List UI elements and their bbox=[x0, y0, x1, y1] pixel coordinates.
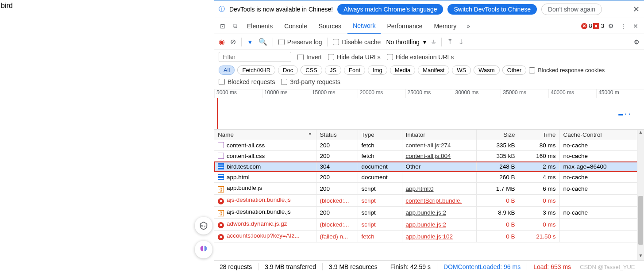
inspect-icon[interactable]: ⊡ bbox=[217, 23, 228, 30]
kebab-icon[interactable]: ⋮ bbox=[617, 23, 629, 30]
timeline-tick: 35000 ms bbox=[501, 89, 548, 98]
devtools-panel: ⓘ DevTools is now available in Chinese! … bbox=[214, 0, 644, 273]
timeline-tick: 40000 ms bbox=[548, 89, 596, 98]
device-toggle-icon[interactable]: ⧉ bbox=[229, 22, 241, 30]
throttling-select[interactable]: No throttling ▾ bbox=[386, 38, 426, 46]
col-initiator[interactable]: Initiator bbox=[402, 130, 476, 140]
preserve-log-checkbox[interactable]: Preserve log bbox=[278, 38, 322, 46]
hide-extension-urls-checkbox[interactable]: Hide extension URLs bbox=[387, 54, 454, 61]
scroll-down-icon[interactable]: ▼ bbox=[637, 253, 644, 260]
settings-icon[interactable]: ⚙ bbox=[605, 23, 617, 30]
tab-performance[interactable]: Performance bbox=[382, 19, 428, 33]
doc-file-icon bbox=[218, 174, 224, 180]
initiator-link[interactable]: contentScript.bundle. bbox=[406, 197, 462, 204]
chip-js[interactable]: JS bbox=[325, 65, 341, 75]
initiator-link[interactable]: app.bundle.js:2 bbox=[406, 221, 447, 228]
chip-manifest[interactable]: Manifest bbox=[418, 65, 449, 75]
close-devtools-icon[interactable]: ✕ bbox=[630, 23, 641, 30]
chip-img[interactable]: Img bbox=[368, 65, 387, 75]
info-icon: ⓘ bbox=[219, 5, 225, 13]
timeline-tick: 30000 ms bbox=[453, 89, 501, 98]
col-type[interactable]: Type bbox=[358, 130, 402, 140]
initiator-link[interactable]: app.html:0 bbox=[406, 185, 434, 192]
table-row[interactable]: ✕accounts:lookup?key=AIz...(failed) n...… bbox=[214, 231, 644, 242]
status-bar: 28 requests 3.9 MB transferred 3.9 MB re… bbox=[214, 260, 644, 273]
translate-fab[interactable] bbox=[195, 217, 212, 235]
blocked-cookies-checkbox[interactable]: Blocked response cookies bbox=[529, 67, 605, 73]
timeline-tick: 45000 m bbox=[596, 89, 644, 98]
banner-close-icon[interactable]: ✕ bbox=[633, 4, 640, 14]
initiator-link[interactable]: app.bundle.js:2 bbox=[406, 209, 447, 216]
chip-wasm[interactable]: Wasm bbox=[474, 65, 499, 75]
search-icon[interactable]: 🔍 bbox=[258, 38, 267, 46]
chip-css[interactable]: CSS bbox=[301, 65, 322, 75]
devtools-tabbar: ⊡ ⧉ Elements Console Sources Network Per… bbox=[214, 18, 644, 34]
table-row[interactable]: content-all.css200fetchcontent-all.js:27… bbox=[214, 140, 644, 151]
table-row[interactable]: {}app.bundle.js200scriptapp.html:01.7 MB… bbox=[214, 183, 644, 195]
network-settings-icon[interactable]: ⚙ bbox=[634, 38, 640, 46]
more-tabs-icon[interactable]: » bbox=[463, 23, 474, 30]
tab-elements[interactable]: Elements bbox=[242, 19, 278, 33]
table-row[interactable]: ✕ajs-destination.bundle.js(blocked:...sc… bbox=[214, 195, 644, 207]
chip-fetch[interactable]: Fetch/XHR bbox=[237, 65, 275, 75]
brain-fab[interactable] bbox=[195, 241, 212, 258]
requests-table: Name▼ Status Type Initiator Size Time Ca… bbox=[214, 130, 644, 242]
col-status[interactable]: Status bbox=[316, 130, 358, 140]
warning-count[interactable]: ■3 bbox=[593, 23, 604, 29]
record-button[interactable]: ◉ bbox=[219, 38, 225, 46]
err-file-icon: ✕ bbox=[218, 222, 224, 228]
scroll-up-icon[interactable]: ▲ bbox=[637, 130, 644, 137]
requests-table-container: Name▼ Status Type Initiator Size Time Ca… bbox=[214, 130, 644, 260]
timeline-tick: 5000 ms bbox=[214, 89, 262, 98]
disable-cache-checkbox[interactable]: Disable cache bbox=[333, 38, 381, 46]
wifi-icon[interactable]: ⏚ bbox=[432, 38, 436, 46]
upload-har-icon[interactable]: ⤒ bbox=[447, 38, 453, 46]
initiator-link[interactable]: app.bundle.js:102 bbox=[406, 233, 453, 240]
filter-input[interactable] bbox=[219, 52, 291, 62]
table-row[interactable]: app.html200document260 B4 msno-cache bbox=[214, 172, 644, 183]
tab-console[interactable]: Console bbox=[279, 19, 312, 33]
table-row[interactable]: content-all.css200fetchcontent-all.js:80… bbox=[214, 151, 644, 161]
err-file-icon: ✕ bbox=[218, 198, 224, 204]
scroll-thumb[interactable] bbox=[638, 196, 643, 245]
invert-checkbox[interactable]: Invert bbox=[297, 54, 322, 61]
col-name[interactable]: Name▼ bbox=[214, 130, 316, 140]
chip-media[interactable]: Media bbox=[390, 65, 415, 75]
banner-message: DevTools is now available in Chinese! bbox=[229, 6, 333, 13]
col-size[interactable]: Size bbox=[476, 130, 519, 140]
clear-button[interactable]: ⊘ bbox=[230, 38, 236, 46]
tab-network[interactable]: Network bbox=[347, 19, 381, 34]
download-har-icon[interactable]: ⤓ bbox=[458, 38, 464, 46]
table-row[interactable]: ✕adwords.dynamic.js.gz(blocked:...script… bbox=[214, 219, 644, 231]
col-cache[interactable]: Cache-Control bbox=[559, 130, 644, 140]
chip-doc[interactable]: Doc bbox=[278, 65, 298, 75]
table-row[interactable]: {}ajs-destination.bundle.js200scriptapp.… bbox=[214, 207, 644, 219]
timeline-overview[interactable]: 5000 ms10000 ms15000 ms20000 ms25000 ms3… bbox=[214, 89, 644, 130]
dont-show-button[interactable]: Don't show again bbox=[541, 4, 602, 15]
language-banner: ⓘ DevTools is now available in Chinese! … bbox=[214, 1, 644, 18]
blocked-requests-checkbox[interactable]: Blocked requests bbox=[219, 78, 275, 85]
always-match-button[interactable]: Always match Chrome's language bbox=[337, 4, 443, 15]
col-time[interactable]: Time bbox=[519, 130, 559, 140]
table-row[interactable]: bird.test.com304documentOther248 B2 msma… bbox=[214, 161, 644, 172]
initiator-link[interactable]: content-all.js:274 bbox=[406, 142, 451, 149]
chip-all[interactable]: All bbox=[219, 65, 235, 75]
status-resources: 3.9 MB resources bbox=[329, 263, 378, 270]
initiator-link[interactable]: content-all.js:804 bbox=[406, 153, 451, 159]
error-count[interactable]: ✕8 bbox=[581, 23, 592, 29]
timeline-tick: 10000 ms bbox=[262, 89, 310, 98]
chip-other[interactable]: Other bbox=[502, 65, 527, 75]
timeline-tick: 20000 ms bbox=[358, 89, 405, 98]
timeline-activity-dots: ▬ ▪ ▪ bbox=[618, 112, 631, 116]
switch-language-button[interactable]: Switch DevTools to Chinese bbox=[447, 4, 537, 15]
chip-font[interactable]: Font bbox=[344, 65, 365, 75]
chip-ws[interactable]: WS bbox=[452, 65, 471, 75]
hide-data-urls-checkbox[interactable]: Hide data URLs bbox=[328, 54, 381, 61]
vertical-scrollbar[interactable]: ▲ ▼ bbox=[637, 130, 644, 260]
status-domcontentloaded: DOMContentLoaded: 96 ms bbox=[443, 263, 521, 270]
tab-memory[interactable]: Memory bbox=[429, 19, 462, 33]
filter-toggle-icon[interactable]: ▼ bbox=[247, 38, 253, 46]
third-party-checkbox[interactable]: 3rd-party requests bbox=[281, 78, 340, 85]
tab-sources[interactable]: Sources bbox=[313, 19, 347, 33]
timeline-body: ▬ ▪ ▪ bbox=[214, 98, 644, 129]
